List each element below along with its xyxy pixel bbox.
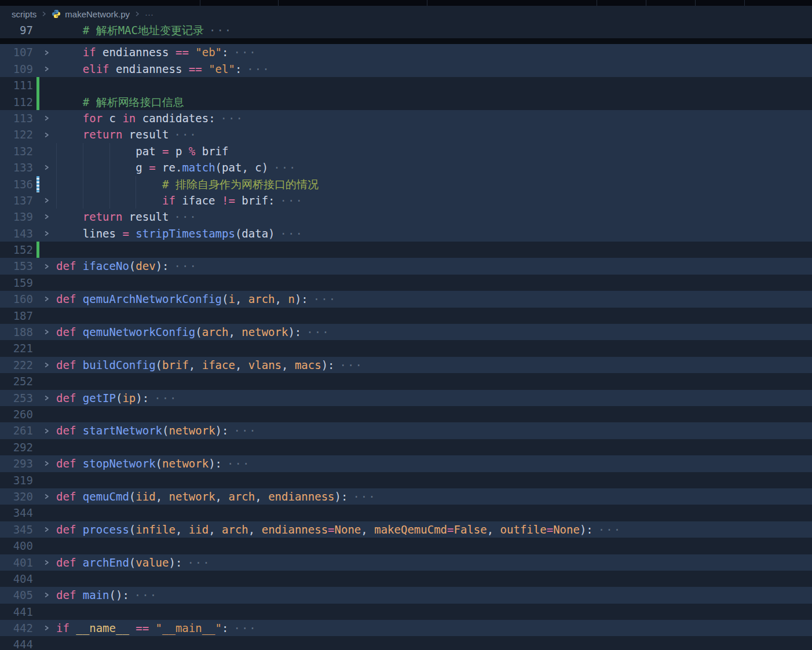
fold-chevron-right-icon[interactable] xyxy=(42,131,50,139)
code-line-113[interactable]: 113 for c in candidates:··· xyxy=(0,110,812,126)
code-content[interactable]: def stopNetwork(network):··· xyxy=(56,455,812,472)
editor-code-area[interactable]: 107 if endianness == "eb":···109 elif en… xyxy=(0,44,812,649)
code-content[interactable]: if endianness == "eb":··· xyxy=(56,44,812,60)
fold-chevron-right-icon[interactable] xyxy=(42,114,50,122)
fold-chevron-right-icon[interactable] xyxy=(42,394,50,402)
code-line-112[interactable]: 112 # 解析网络接口信息 xyxy=(0,94,812,110)
code-content[interactable] xyxy=(56,439,812,455)
code-content[interactable]: g = re.match(pat, c)··· xyxy=(56,159,812,176)
code-content[interactable] xyxy=(56,472,812,488)
code-content[interactable]: def ifaceNo(dev):··· xyxy=(56,258,812,274)
code-line-319[interactable]: 319 xyxy=(0,472,812,488)
code-line-320[interactable]: 320def qemuCmd(iid, network, arch, endia… xyxy=(0,488,812,505)
fold-chevron-right-icon[interactable] xyxy=(42,591,50,599)
code-line-107[interactable]: 107 if endianness == "eb":··· xyxy=(0,44,812,60)
folded-code-ellipsis[interactable]: ··· xyxy=(353,490,376,503)
fold-chevron-right-icon[interactable] xyxy=(42,49,50,57)
code-content[interactable]: for c in candidates:··· xyxy=(56,110,812,126)
folded-code-ellipsis[interactable]: ··· xyxy=(340,359,363,371)
fold-chevron-right-icon[interactable] xyxy=(42,229,50,238)
code-content[interactable]: def qemuArchNetworkConfig(i, arch, n):··… xyxy=(56,291,812,307)
code-line-400[interactable]: 400 xyxy=(0,538,812,554)
code-content[interactable] xyxy=(56,604,812,620)
code-line-252[interactable]: 252 xyxy=(0,373,812,389)
code-line-122[interactable]: 122 return result··· xyxy=(0,126,812,143)
folded-code-ellipsis[interactable]: ··· xyxy=(247,63,270,75)
code-line-133[interactable]: 133 g = re.match(pat, c)··· xyxy=(0,159,812,176)
code-content[interactable] xyxy=(56,242,812,258)
code-content[interactable]: if iface != brif:··· xyxy=(56,192,812,209)
code-line-253[interactable]: 253def getIP(ip):··· xyxy=(0,390,812,406)
code-line-152[interactable]: 152 xyxy=(0,242,812,258)
code-content[interactable] xyxy=(56,77,812,93)
fold-chevron-right-icon[interactable] xyxy=(42,328,50,336)
fold-chevron-right-icon[interactable] xyxy=(42,65,50,73)
fold-chevron-right-icon[interactable] xyxy=(42,262,50,271)
code-content[interactable] xyxy=(56,571,812,587)
folded-code-ellipsis[interactable]: ··· xyxy=(233,46,257,59)
code-line-292[interactable]: 292 xyxy=(0,439,812,455)
fold-chevron-right-icon[interactable] xyxy=(42,427,50,435)
code-content[interactable]: # 排除自身作为网桥接口的情况 xyxy=(56,176,812,192)
code-content[interactable]: def qemuCmd(iid, network, arch, endianne… xyxy=(56,488,812,505)
code-content[interactable]: elif endianness == "el":··· xyxy=(56,61,812,77)
code-line-345[interactable]: 345def process(infile, iid, arch, endian… xyxy=(0,521,812,538)
code-line-137[interactable]: 137 if iface != brif:··· xyxy=(0,192,812,209)
tab-bar[interactable] xyxy=(0,0,812,6)
code-line-222[interactable]: 222def buildConfig(brif, iface, vlans, m… xyxy=(0,357,812,373)
code-line-442[interactable]: 442if __name__ == "__main__":··· xyxy=(0,620,812,636)
code-line-344[interactable]: 344 xyxy=(0,505,812,521)
code-content[interactable] xyxy=(56,505,812,521)
code-content[interactable]: def archEnd(value):··· xyxy=(56,554,812,571)
code-line-260[interactable]: 260 xyxy=(0,406,812,422)
folded-code-ellipsis[interactable]: ··· xyxy=(221,112,244,125)
fold-chevron-right-icon[interactable] xyxy=(42,163,50,171)
code-line-221[interactable]: 221 xyxy=(0,340,812,356)
code-line-441[interactable]: 441 xyxy=(0,604,812,620)
code-content[interactable]: # 解析MAC地址变更记录··· xyxy=(56,22,812,38)
folded-code-ellipsis[interactable]: ··· xyxy=(598,523,621,536)
code-line-111[interactable]: 111 xyxy=(0,77,812,93)
code-line-293[interactable]: 293def stopNetwork(network):··· xyxy=(0,455,812,472)
code-content[interactable]: def startNetwork(network):··· xyxy=(56,422,812,439)
folded-code-ellipsis[interactable]: ··· xyxy=(306,326,330,338)
folded-code-ellipsis[interactable]: ··· xyxy=(280,227,303,240)
code-line-109[interactable]: 109 elif endianness == "el":··· xyxy=(0,61,812,77)
folded-code-ellipsis[interactable]: ··· xyxy=(174,128,197,141)
fold-chevron-right-icon[interactable] xyxy=(42,295,50,303)
breadcrumb-symbol[interactable]: ··· xyxy=(145,9,153,19)
code-line-136[interactable]: 136 # 排除自身作为网桥接口的情况 xyxy=(0,176,812,192)
code-content[interactable]: return result··· xyxy=(56,209,812,225)
fold-chevron-right-icon[interactable] xyxy=(42,492,50,501)
breadcrumb-folder[interactable]: scripts xyxy=(12,9,36,19)
folded-code-ellipsis[interactable]: ··· xyxy=(313,293,336,305)
fold-chevron-right-icon[interactable] xyxy=(42,213,50,221)
folded-code-ellipsis[interactable]: ··· xyxy=(280,194,303,207)
fold-chevron-right-icon[interactable] xyxy=(42,196,50,205)
code-content[interactable]: def qemuNetworkConfig(arch, network):··· xyxy=(56,324,812,340)
fold-chevron-right-icon[interactable] xyxy=(42,558,50,567)
folded-code-ellipsis[interactable]: ··· xyxy=(209,24,232,36)
code-content[interactable] xyxy=(56,373,812,389)
fold-chevron-right-icon[interactable] xyxy=(42,525,50,534)
code-line-153[interactable]: 153def ifaceNo(dev):··· xyxy=(0,258,812,274)
code-line-132[interactable]: 132 pat = p % brif xyxy=(0,143,812,159)
folded-code-ellipsis[interactable]: ··· xyxy=(187,556,210,569)
code-line-159[interactable]: 159 xyxy=(0,275,812,291)
folded-code-ellipsis[interactable]: ··· xyxy=(233,622,257,634)
folded-code-ellipsis[interactable]: ··· xyxy=(174,260,197,272)
code-content[interactable] xyxy=(56,406,812,422)
breadcrumb-file[interactable]: makeNetwork.py xyxy=(65,9,130,19)
code-content[interactable]: # 解析网络接口信息 xyxy=(56,94,812,110)
folded-code-ellipsis[interactable]: ··· xyxy=(154,392,177,404)
code-content[interactable] xyxy=(56,340,812,356)
code-line-97[interactable]: 97 # 解析MAC地址变更记录··· xyxy=(0,22,812,38)
code-line-261[interactable]: 261def startNetwork(network):··· xyxy=(0,422,812,439)
code-content[interactable] xyxy=(56,308,812,324)
code-line-187[interactable]: 187 xyxy=(0,308,812,324)
code-line-139[interactable]: 139 return result··· xyxy=(0,209,812,225)
code-line-160[interactable]: 160def qemuArchNetworkConfig(i, arch, n)… xyxy=(0,291,812,307)
code-content[interactable]: if __name__ == "__main__":··· xyxy=(56,620,812,636)
code-content[interactable]: def getIP(ip):··· xyxy=(56,390,812,406)
folded-code-ellipsis[interactable]: ··· xyxy=(174,210,197,223)
